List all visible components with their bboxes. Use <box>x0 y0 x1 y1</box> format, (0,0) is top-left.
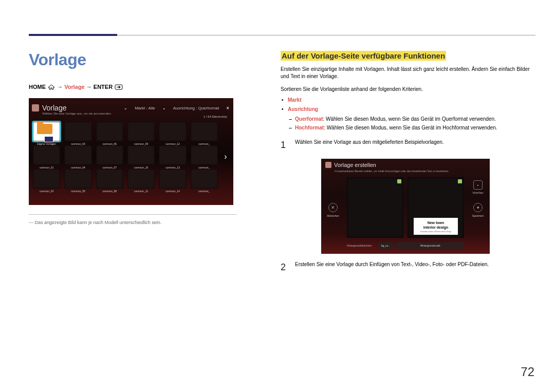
chevron-down-icon: ⌄ <box>162 106 166 110</box>
ss1-title: Vorlage <box>42 104 66 112</box>
template-cell: Eigene Vorlagen <box>33 122 60 141</box>
ss2-save-button: ▾ Speichern <box>469 203 487 217</box>
template-cell: common_14 <box>159 169 186 189</box>
filter-orientation: Ausrichtung : Querformat <box>173 106 219 110</box>
image-caption: Das angezeigte Bild kann je nach Modell … <box>29 220 237 225</box>
chevron-right-icon: › <box>221 152 230 161</box>
ss2-subtitle: Im bearbeitbaren Bereich wählen, um Inha… <box>335 170 449 173</box>
template-cell: common_07 <box>96 145 123 165</box>
ss2-cancel-button: ✕ Abbrechen <box>324 203 342 217</box>
sub-hochformat: Hochformat: Wählen Sie diesen Modus, wen… <box>295 124 530 132</box>
breadcrumb-arrow-1: → <box>57 84 63 90</box>
ss2-preview-button: ▸ Vorschau <box>469 180 487 194</box>
template-cell: common_11 <box>127 169 155 189</box>
intro-paragraph: Erstellen Sie einzigartige Inhalte mit V… <box>281 66 530 80</box>
template-cell: common_06 <box>96 122 123 141</box>
template-cell: common_04 <box>64 145 91 165</box>
template-cell: common_ <box>191 169 218 189</box>
bullet-ausrichtung: Ausrichtung Querformat: Wählen Sie diese… <box>288 105 530 132</box>
template-icon <box>32 104 39 111</box>
ss2-pane-right: New town interior design Sustainble solu… <box>408 177 464 238</box>
template-cell: common_12 <box>159 122 186 141</box>
sub-querformat: Querformat: Wählen Sie diesen Modus, wen… <box>295 115 530 123</box>
right-column: Auf der Vorlage-Seite verfügbare Funktio… <box>281 51 530 274</box>
step-2-number: 2 <box>281 261 288 274</box>
home-icon <box>48 84 55 90</box>
cancel-icon: ✕ <box>328 203 338 212</box>
close-icon: × <box>226 105 229 111</box>
template-cell: common_ <box>191 122 218 141</box>
breadcrumb-enter: ENTER <box>94 84 113 90</box>
sort-paragraph: Sortieren Sie die Vorlagenliste anhand d… <box>281 86 530 92</box>
ss2-text-overlay: New town interior design Sustainble solu… <box>414 218 458 235</box>
ss2-title-row: Vorlage erstellen <box>325 162 376 168</box>
template-cell: common_13 <box>159 145 186 165</box>
orientation-sublist: Querformat: Wählen Sie diesen Modus, wen… <box>288 115 530 132</box>
bullet-markt: Markt <box>288 96 530 104</box>
section-heading: Auf der Vorlage-Seite verfügbare Funktio… <box>281 51 446 61</box>
ss1-subtitle: Wählen Sie eine Vorlage aus, um sie anzu… <box>42 112 112 115</box>
template-cell: common_01 <box>33 145 60 165</box>
step-2: 2 Erstellen Sie eine Vorlage durch Einfü… <box>281 261 530 274</box>
divider <box>29 214 237 215</box>
ss1-grid: Eigene Vorlagencommon_03common_06common_… <box>33 122 218 201</box>
step-1: 1 Wählen Sie eine Vorlage aus den mitgel… <box>281 139 530 152</box>
step-2-text: Erstellen Sie eine Vorlage durch Einfüge… <box>295 261 489 274</box>
breadcrumb: HOME → Vorlage → ENTER <box>29 84 237 90</box>
ss1-filters: ⌄ Markt : Alle ⌄ Ausrichtung : Querforma… <box>124 105 229 111</box>
ss2-main-panes: New town interior design Sustainble solu… <box>347 177 464 238</box>
screenshot-vorlage-erstellen: Vorlage erstellen Im bearbeitbaren Berei… <box>321 159 490 254</box>
play-icon: ▸ <box>473 180 483 190</box>
breadcrumb-vorlage: Vorlage <box>64 84 85 90</box>
resize-icon <box>397 179 401 183</box>
enter-icon <box>115 84 123 90</box>
ss2-bottom-bar: Hintergrundbildschirm bg_co... Hintergru… <box>347 241 464 250</box>
template-cell: common_10 <box>127 145 155 165</box>
template-icon <box>325 162 331 168</box>
chevron-down-icon: ⌄ <box>124 106 127 110</box>
step-1-text: Wählen Sie eine Vorlage aus den mitgelie… <box>295 139 444 152</box>
left-column: Vorlage HOME → Vorlage → ENTER Vorlage ⌄… <box>29 50 237 225</box>
ss2-music-button: Hintergrundmusik <box>396 242 464 249</box>
criteria-list: Markt Ausrichtung Querformat: Wählen Sie… <box>281 96 530 132</box>
step-1-number: 1 <box>281 139 288 152</box>
ss2-bg-label: Hintergrundbildschirm <box>347 244 375 247</box>
template-cell: common_08 <box>96 169 123 189</box>
page-number: 72 <box>521 365 534 379</box>
ss2-bg-value: bg_co... <box>378 242 394 249</box>
breadcrumb-arrow-2: → <box>86 84 92 90</box>
top-rule-accent <box>29 34 117 36</box>
ss2-pane-left <box>347 177 403 238</box>
breadcrumb-home: HOME <box>29 84 46 90</box>
template-cell: common_03 <box>64 122 91 141</box>
screenshot-vorlage-grid: Vorlage ⌄ Markt : Alle ⌄ Ausrichtung : Q… <box>29 98 233 205</box>
page-title: Vorlage <box>29 50 237 69</box>
template-cell: common_09 <box>127 122 155 141</box>
ss2-title: Vorlage erstellen <box>334 162 376 168</box>
save-icon: ▾ <box>473 203 483 212</box>
filter-market: Markt : Alle <box>135 106 155 110</box>
template-cell: common_05 <box>64 169 91 189</box>
template-cell: common_ <box>191 145 218 165</box>
ss1-count: 1 / 64 Element(e) <box>203 115 227 118</box>
resize-icon <box>458 179 462 183</box>
template-cell: common_02 <box>33 169 60 189</box>
